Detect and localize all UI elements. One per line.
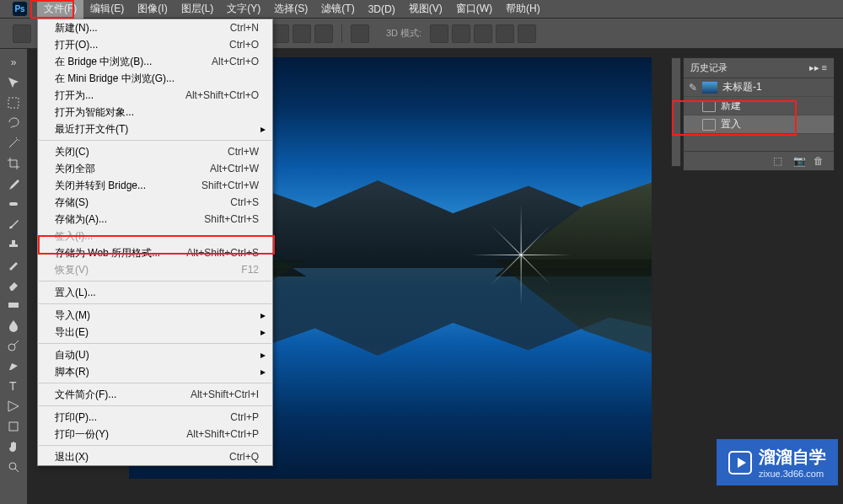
wand-tool-icon[interactable] bbox=[3, 134, 24, 153]
distribute-v-icon[interactable] bbox=[293, 24, 311, 43]
eraser-tool-icon[interactable] bbox=[3, 276, 24, 294]
mode3d-label: 3D 模式: bbox=[386, 27, 422, 40]
new-doc-from-state-icon[interactable]: ⬚ bbox=[773, 155, 787, 167]
menu-edit[interactable]: 编辑(E) bbox=[83, 0, 131, 19]
move-tool-icon[interactable] bbox=[3, 73, 24, 92]
file-menu-item[interactable]: 退出(X)Ctrl+Q bbox=[38, 448, 272, 465]
collapsed-panel-strip[interactable] bbox=[671, 57, 681, 167]
history-state-label: 新建 bbox=[721, 99, 741, 113]
menu-item-label: 脚本(R) bbox=[55, 365, 89, 379]
3d-orbit-icon[interactable] bbox=[430, 24, 448, 43]
lasso-tool-icon[interactable] bbox=[3, 114, 24, 132]
menu-filter[interactable]: 滤镜(T) bbox=[314, 0, 361, 19]
history-state-icon bbox=[702, 100, 716, 112]
menu-help[interactable]: 帮助(H) bbox=[499, 0, 547, 19]
brush-tool-icon[interactable] bbox=[3, 215, 24, 233]
file-menu-item[interactable]: 脚本(R) bbox=[38, 363, 272, 380]
heal-tool-icon[interactable] bbox=[3, 195, 24, 213]
menu-separator bbox=[39, 445, 271, 446]
distribute-v-icon[interactable] bbox=[314, 24, 333, 43]
file-menu-item[interactable]: 最近打开文件(T) bbox=[38, 121, 272, 137]
history-state-row[interactable]: 置入 bbox=[684, 115, 834, 134]
menu-item-shortcut: F12 bbox=[241, 264, 259, 276]
menu-3d[interactable]: 3D(D) bbox=[362, 1, 402, 18]
menu-file[interactable]: 文件(F) bbox=[37, 0, 83, 19]
new-snapshot-icon[interactable]: 📷 bbox=[793, 155, 807, 167]
delete-state-icon[interactable]: 🗑 bbox=[813, 155, 827, 167]
menu-select[interactable]: 选择(S) bbox=[267, 0, 314, 19]
file-menu-item[interactable]: 在 Bridge 中浏览(B)...Alt+Ctrl+O bbox=[38, 53, 272, 70]
history-state-row[interactable]: 新建 bbox=[684, 97, 834, 115]
history-panel: 历史记录 ▸▸ ≡ ✎ 未标题-1 新建 置入 ⬚ 📷 🗑 bbox=[683, 57, 835, 171]
menu-layer[interactable]: 图层(L) bbox=[175, 0, 221, 19]
file-menu-item[interactable]: 文件简介(F)...Alt+Shift+Ctrl+I bbox=[38, 386, 272, 403]
tool-preset-icon[interactable] bbox=[13, 24, 31, 43]
eyedropper-tool-icon[interactable] bbox=[3, 174, 24, 193]
menu-window[interactable]: 窗口(W) bbox=[449, 0, 499, 19]
menu-separator bbox=[39, 281, 271, 281]
3d-roll-icon[interactable] bbox=[452, 24, 470, 43]
gradient-tool-icon[interactable] bbox=[3, 296, 24, 314]
panel-menu-icon[interactable]: ▸▸ ≡ bbox=[809, 62, 827, 73]
crop-tool-icon[interactable] bbox=[3, 154, 24, 173]
play-icon bbox=[728, 451, 752, 475]
svg-point-3 bbox=[8, 344, 15, 351]
file-menu-item[interactable]: 打印(P)...Ctrl+P bbox=[38, 409, 272, 426]
distribute-v-icon[interactable] bbox=[271, 24, 289, 43]
file-menu-item[interactable]: 打开为智能对象... bbox=[38, 104, 272, 121]
menu-item-label: 导出(E) bbox=[55, 325, 89, 340]
blur-tool-icon[interactable] bbox=[3, 316, 24, 335]
file-menu-item[interactable]: 关闭并转到 Bridge...Shift+Ctrl+W bbox=[38, 177, 272, 194]
3d-slide-icon[interactable] bbox=[496, 24, 514, 43]
svg-rect-2 bbox=[8, 303, 19, 308]
menu-separator bbox=[39, 383, 271, 383]
menu-item-shortcut: Ctrl+W bbox=[228, 146, 259, 158]
menu-item-label: 打印一份(Y) bbox=[55, 427, 109, 442]
file-menu-item[interactable]: 存储为 Web 所用格式...Alt+Shift+Ctrl+S bbox=[38, 244, 272, 261]
menu-view[interactable]: 视图(V) bbox=[402, 0, 449, 19]
menu-item-label: 自动(U) bbox=[55, 348, 89, 362]
hand-tool-icon[interactable] bbox=[3, 437, 24, 456]
arrange-icon[interactable] bbox=[351, 24, 369, 43]
menu-separator bbox=[39, 343, 271, 344]
history-panel-tab[interactable]: 历史记录 ▸▸ ≡ bbox=[684, 58, 834, 78]
menu-item-label: 存储为 Web 所用格式... bbox=[55, 246, 160, 260]
file-menu-item[interactable]: 导入(M) bbox=[38, 307, 272, 324]
file-menu-item[interactable]: 置入(L)... bbox=[38, 284, 272, 301]
menu-item-shortcut: Alt+Shift+Ctrl+I bbox=[191, 389, 259, 400]
file-menu-item[interactable]: 自动(U) bbox=[38, 346, 272, 363]
zoom-tool-icon[interactable] bbox=[3, 458, 24, 476]
stamp-tool-icon[interactable] bbox=[3, 235, 24, 254]
history-snapshot-row[interactable]: ✎ 未标题-1 bbox=[684, 78, 834, 97]
menu-image[interactable]: 图像(I) bbox=[131, 0, 174, 19]
file-menu-item[interactable]: 关闭(C)Ctrl+W bbox=[38, 143, 272, 160]
expand-icon[interactable]: » bbox=[3, 53, 24, 72]
3d-zoom-icon[interactable] bbox=[518, 24, 536, 43]
menu-item-label: 置入(L)... bbox=[55, 286, 96, 300]
file-menu-item[interactable]: 存储为(A)...Shift+Ctrl+S bbox=[38, 211, 272, 228]
file-menu-item[interactable]: 导出(E) bbox=[38, 324, 272, 340]
pen-tool-icon[interactable] bbox=[3, 357, 24, 375]
file-menu-item[interactable]: 打开为...Alt+Shift+Ctrl+O bbox=[38, 87, 272, 104]
file-menu-item[interactable]: 新建(N)...Ctrl+N bbox=[38, 19, 272, 36]
marquee-tool-icon[interactable] bbox=[3, 94, 24, 112]
menu-type[interactable]: 文字(Y) bbox=[220, 0, 267, 19]
dodge-tool-icon[interactable] bbox=[3, 336, 24, 355]
file-menu-item[interactable]: 关闭全部Alt+Ctrl+W bbox=[38, 160, 272, 177]
menu-item-shortcut: Alt+Ctrl+O bbox=[212, 56, 259, 67]
watermark-subtitle: zixue.3d66.com bbox=[759, 469, 826, 479]
file-menu-item[interactable]: 打印一份(Y)Alt+Shift+Ctrl+P bbox=[38, 426, 272, 442]
menu-separator bbox=[39, 405, 271, 406]
brush-visibility-icon[interactable]: ✎ bbox=[689, 82, 702, 94]
type-tool-icon[interactable]: T bbox=[3, 377, 24, 395]
file-menu-item[interactable]: 打开(O)...Ctrl+O bbox=[38, 36, 272, 53]
shape-tool-icon[interactable] bbox=[3, 417, 24, 436]
file-menu-item: 签入(I)... bbox=[38, 228, 272, 244]
file-menu-item[interactable]: 存储(S)Ctrl+S bbox=[38, 194, 272, 211]
3d-pan-icon[interactable] bbox=[474, 24, 492, 43]
snapshot-thumb-icon bbox=[702, 82, 717, 94]
file-menu-item[interactable]: 在 Mini Bridge 中浏览(G)... bbox=[38, 70, 272, 87]
path-tool-icon[interactable] bbox=[3, 397, 24, 416]
menu-item-label: 签入(I)... bbox=[55, 229, 93, 244]
history-brush-icon[interactable] bbox=[3, 255, 24, 274]
